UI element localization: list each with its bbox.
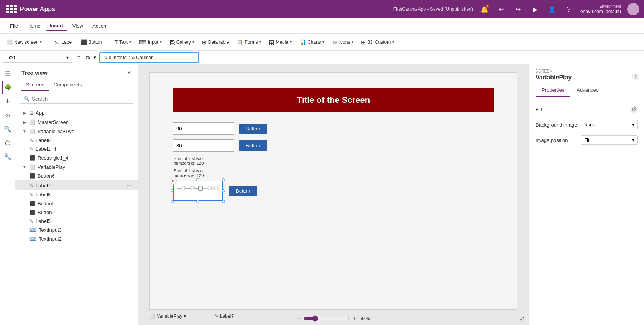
help-circle-icon[interactable]: ? xyxy=(632,73,639,81)
screen-title: Title of the Screen xyxy=(297,95,370,105)
tree-item-label1_4[interactable]: ✎ Label1_4 xyxy=(15,145,138,153)
forms-button[interactable]: 📋 Forms ▾ xyxy=(233,38,264,47)
tree-item-label6[interactable]: ✎ Label6 xyxy=(15,190,138,199)
tree-item-variableplay[interactable]: ▼ ⬜ VariablePlay xyxy=(15,162,138,172)
custom-button[interactable]: ⊞ 83 Custom ▾ xyxy=(358,38,397,47)
icons-icon: ☺ xyxy=(332,39,337,45)
toolbar-sep-1 xyxy=(48,38,48,47)
tree-item-rectangle1_4[interactable]: ⬛ Rectangle1_4 xyxy=(15,153,138,162)
tree-expand-variableplay[interactable]: ▼ xyxy=(21,164,28,170)
help-icon[interactable]: ? xyxy=(564,4,574,15)
zoom-slider[interactable] xyxy=(304,315,350,322)
handle-tm[interactable] xyxy=(196,178,199,181)
delete-element-button[interactable]: ✕ xyxy=(170,178,177,185)
undo-icon[interactable]: ↩ xyxy=(496,4,507,15)
user-avatar[interactable] xyxy=(627,3,639,15)
menu-file[interactable]: File xyxy=(6,21,22,30)
charts-button[interactable]: 📊 Charts ▾ xyxy=(296,38,327,47)
gallery-icon: 🖼 xyxy=(169,39,175,45)
handle-br[interactable] xyxy=(222,200,225,203)
data-table-icon: ⊞ xyxy=(202,39,207,45)
bg-image-dropdown[interactable]: None ▾ xyxy=(581,120,638,129)
image-position-dropdown[interactable]: Fit ▾ xyxy=(581,135,638,145)
canvas-input-2[interactable]: 30 xyxy=(173,139,234,152)
handle-bm[interactable] xyxy=(196,200,199,203)
media-button[interactable]: 🖼 Media ▾ xyxy=(266,38,295,47)
tree-item-menu-dots[interactable]: ··· xyxy=(127,182,131,189)
toolbar: ⬜ New screen ▾ 🏷 Label ⬛ Button T Text ▾… xyxy=(0,34,644,51)
selected-label7[interactable]: ✕ xyxy=(173,181,223,201)
tree-close-button[interactable]: ✕ xyxy=(127,69,131,76)
label-button[interactable]: 🏷 Label xyxy=(51,38,76,47)
zoom-out-button[interactable]: − xyxy=(297,315,301,322)
canvas-screen-tab[interactable]: ⬜ VariablePlay ▾ xyxy=(150,313,186,319)
redo-icon[interactable]: ↪ xyxy=(513,4,524,15)
menu-home[interactable]: Home xyxy=(23,21,44,30)
left-add-icon[interactable]: + xyxy=(2,95,14,107)
left-search-icon[interactable]: 🔍 xyxy=(2,123,14,135)
tree-item-textinput2[interactable]: ⌨ TextInput2 xyxy=(15,234,138,243)
play-icon[interactable]: ▶ xyxy=(530,4,540,15)
right-panel-header: SCREEN VariablePlay Properties Advanced xyxy=(529,64,644,99)
left-hamburger-icon[interactable]: ☰ xyxy=(2,68,14,80)
tree-expand-app[interactable]: ▶ xyxy=(21,110,28,116)
input-row-1: 90 Button xyxy=(173,122,494,135)
tab-advanced[interactable]: Advanced xyxy=(570,84,605,97)
tree-item-textinput3[interactable]: ⌨ TextInput3 xyxy=(15,226,138,234)
tab-properties[interactable]: Properties xyxy=(536,84,570,97)
canvas-button-1[interactable]: Button xyxy=(239,124,267,134)
waffle-icon[interactable] xyxy=(5,4,15,15)
tree-item-button5[interactable]: ⬛ Button5 xyxy=(15,199,138,208)
fill-color-swatch[interactable] xyxy=(581,105,590,114)
icons-button[interactable]: ☺ Icons ▾ xyxy=(329,38,356,47)
canvas-button-3[interactable]: Button xyxy=(229,186,257,196)
left-data-icon[interactable]: ⊙ xyxy=(2,109,14,121)
fill-refresh-icon[interactable]: ↺ xyxy=(630,106,638,113)
left-components-icon[interactable]: ⬡ xyxy=(2,137,14,149)
left-tree-icon[interactable]: 🌳 xyxy=(2,81,14,94)
menu-bar: File Home Insert View Action xyxy=(0,18,644,34)
fullscreen-button[interactable]: ⤢ xyxy=(519,315,524,322)
fx-label: fx xyxy=(86,54,90,60)
screen-title-bar: Title of the Screen xyxy=(173,88,494,112)
formula-input[interactable]: "Counter is: " & Counter xyxy=(99,52,199,63)
handle-bl[interactable] xyxy=(171,200,174,203)
tree-item-variableplaytwo[interactable]: ▼ ⬜ VariablePlayTwo xyxy=(15,127,138,136)
prop-row-fill: Fill ↺ xyxy=(536,105,638,114)
handle-ml[interactable] xyxy=(171,189,174,192)
notification-icon[interactable]: 🔔 1 xyxy=(479,4,490,15)
tree-expand-masterscreen[interactable]: ▶ xyxy=(21,119,28,125)
tree-item-label5[interactable]: ✎ Label5 xyxy=(15,217,138,226)
menu-view[interactable]: View xyxy=(69,21,87,30)
menu-action[interactable]: Action xyxy=(89,21,110,30)
canvas-inner: Title of the Screen 90 Button 30 Button xyxy=(150,72,518,310)
canvas-button-2[interactable]: Button xyxy=(239,140,267,151)
handle-mr[interactable] xyxy=(222,189,225,192)
label7-tab[interactable]: ✎ Label7 xyxy=(215,313,234,319)
tab-screens[interactable]: Screens xyxy=(21,79,49,91)
handle-tr[interactable] xyxy=(222,178,225,181)
tree-item-masterscreen[interactable]: ▶ ⬜ MasterScreen xyxy=(15,117,138,127)
property-dropdown[interactable]: Text ▾ xyxy=(3,53,72,63)
input-button[interactable]: ⌨ Input ▾ xyxy=(136,38,165,47)
button-button[interactable]: ⬛ Button xyxy=(77,38,105,47)
tree-item-app[interactable]: ▶ ⊞ App xyxy=(15,108,138,117)
tree-item-label8[interactable]: ✎ Label8 xyxy=(15,136,138,145)
tree-item-label7[interactable]: ✎ Label7 ··· xyxy=(15,180,138,190)
left-plugins-icon[interactable]: 🔧 xyxy=(2,150,14,163)
tree-expand-variableplaytwo[interactable]: ▼ xyxy=(21,128,28,134)
text-button[interactable]: T Text ▾ xyxy=(111,38,134,47)
tree-item-button6[interactable]: ⬛ Button6 xyxy=(15,172,138,180)
new-screen-button[interactable]: ⬜ New screen ▾ xyxy=(3,38,45,47)
gallery-button[interactable]: 🖼 Gallery ▾ xyxy=(166,38,197,47)
tree-search-box[interactable]: 🔍 xyxy=(20,94,133,104)
canvas-input-1[interactable]: 90 xyxy=(173,122,234,135)
user-icon[interactable]: 👤 xyxy=(547,4,557,15)
tree-item-button4[interactable]: ⬛ Button4 xyxy=(15,208,138,217)
tab-components[interactable]: Components xyxy=(49,79,87,91)
data-table-button[interactable]: ⊞ Data table xyxy=(199,38,232,47)
search-input[interactable] xyxy=(32,96,130,102)
right-help-button[interactable]: ? xyxy=(632,73,639,81)
zoom-in-button[interactable]: + xyxy=(353,315,356,322)
menu-insert[interactable]: Insert xyxy=(46,21,67,31)
